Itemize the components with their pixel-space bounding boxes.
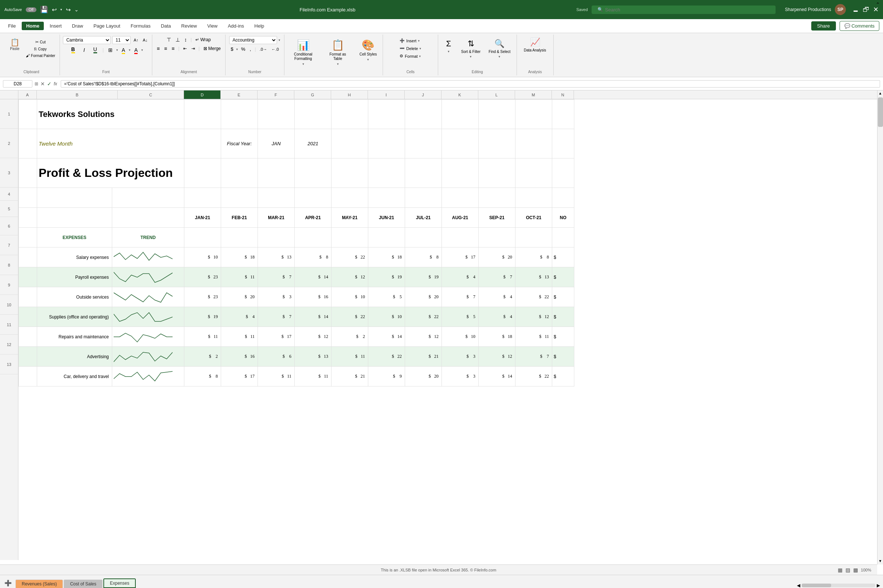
cell-K9[interactable]: $ 7: [442, 287, 479, 307]
number-format-selector[interactable]: Accounting: [229, 36, 277, 44]
col-header-F[interactable]: F: [258, 90, 294, 99]
cell-M3[interactable]: [515, 159, 552, 188]
cancel-formula-icon[interactable]: ✕: [41, 81, 45, 87]
cell-A6[interactable]: [19, 228, 37, 248]
cs-dropdown[interactable]: ▾: [367, 58, 369, 62]
menu-insert[interactable]: Insert: [45, 22, 66, 30]
comma-button[interactable]: ,: [248, 46, 253, 52]
cell-K12[interactable]: $ 3: [442, 347, 479, 367]
cell-B3[interactable]: Profit & Loss Projection: [37, 159, 184, 188]
h-scroll-thumb[interactable]: [802, 584, 831, 587]
cell-D10[interactable]: $ 19: [184, 307, 221, 327]
border-button[interactable]: ⊞: [107, 46, 114, 54]
col-header-D[interactable]: D: [184, 90, 221, 99]
cell-J10[interactable]: $ 22: [405, 307, 442, 327]
cell-D3[interactable]: [184, 159, 221, 188]
cell-E1[interactable]: [221, 100, 258, 129]
align-left-button[interactable]: ≡: [155, 45, 161, 52]
share-button[interactable]: Share: [811, 21, 836, 30]
tab-scroll-left[interactable]: ◀: [797, 583, 800, 588]
row-num-1[interactable]: 1: [0, 99, 18, 129]
cell-E11[interactable]: $ 11: [221, 327, 258, 347]
cell-E8[interactable]: $ 11: [221, 267, 258, 287]
cell-F6[interactable]: [258, 228, 295, 248]
align-middle-button[interactable]: ⊥: [174, 36, 182, 44]
cell-A7[interactable]: [19, 248, 37, 267]
cell-G10[interactable]: $ 14: [295, 307, 332, 327]
cell-E3[interactable]: [221, 159, 258, 188]
cell-N13[interactable]: $: [552, 367, 574, 387]
cell-H11[interactable]: $ 2: [332, 327, 368, 347]
menu-draw[interactable]: Draw: [68, 22, 87, 30]
add-sheet-button[interactable]: ➕: [3, 578, 13, 588]
cell-J3[interactable]: [405, 159, 442, 188]
col-header-L[interactable]: L: [478, 90, 515, 99]
cell-I8[interactable]: $ 19: [368, 267, 405, 287]
cell-I10[interactable]: $ 10: [368, 307, 405, 327]
vertical-scrollbar[interactable]: ▲ ▼: [877, 90, 883, 564]
cell-E12[interactable]: $ 16: [221, 347, 258, 367]
cell-M2[interactable]: [515, 129, 552, 159]
cell-J12[interactable]: $ 21: [405, 347, 442, 367]
cell-A8[interactable]: [19, 267, 37, 287]
cell-K3[interactable]: [442, 159, 479, 188]
cell-D12[interactable]: $ 2: [184, 347, 221, 367]
cell-B12[interactable]: Advertising: [37, 347, 112, 367]
cell-M11[interactable]: $ 11: [515, 327, 552, 347]
cell-E2[interactable]: Fiscal Year:: [221, 129, 258, 159]
cell-D2[interactable]: [184, 129, 221, 159]
cell-I12[interactable]: $ 22: [368, 347, 405, 367]
comments-button[interactable]: 💬 Comments: [839, 21, 879, 31]
cell-C4[interactable]: [112, 188, 184, 208]
redo-icon[interactable]: ↪: [66, 6, 71, 13]
cell-I5[interactable]: JUN-21: [368, 208, 405, 228]
cell-A1[interactable]: [19, 100, 37, 129]
cell-N4[interactable]: [552, 188, 574, 208]
menu-view[interactable]: View: [203, 22, 222, 30]
cell-B4[interactable]: [37, 188, 112, 208]
row-num-8[interactable]: 8: [0, 255, 18, 275]
cell-F4[interactable]: [258, 188, 295, 208]
cell-I2[interactable]: [368, 129, 405, 159]
cell-E10[interactable]: $ 4: [221, 307, 258, 327]
row-num-6[interactable]: 6: [0, 217, 18, 236]
cell-F1[interactable]: [258, 100, 295, 129]
sum-button[interactable]: Σ ▾: [441, 38, 456, 68]
format-button[interactable]: ⚙Format▾: [398, 53, 423, 59]
cell-L13[interactable]: $ 14: [479, 367, 515, 387]
cell-L12[interactable]: $ 12: [479, 347, 515, 367]
cell-B7[interactable]: Salary expenses: [37, 248, 112, 267]
cell-L10[interactable]: $ 4: [479, 307, 515, 327]
align-bottom-button[interactable]: ↕: [183, 36, 188, 44]
tab-scroll-right[interactable]: ▶: [877, 583, 880, 588]
cell-D9[interactable]: $ 23: [184, 287, 221, 307]
row-num-4[interactable]: 4: [0, 188, 18, 201]
autosave-toggle[interactable]: Off: [26, 8, 36, 12]
view-layout-button[interactable]: ▨: [845, 567, 850, 573]
cell-I9[interactable]: $ 5: [368, 287, 405, 307]
font-color-button[interactable]: A: [133, 46, 139, 54]
font-size-selector[interactable]: 11: [112, 36, 131, 44]
cell-J4[interactable]: [405, 188, 442, 208]
window-restore[interactable]: 🗗: [863, 6, 869, 14]
cell-K6[interactable]: [442, 228, 479, 248]
cell-H3[interactable]: [332, 159, 368, 188]
delete-button[interactable]: ➖Delete▾: [398, 45, 423, 51]
menu-review[interactable]: Review: [177, 22, 201, 30]
cell-E4[interactable]: [221, 188, 258, 208]
cell-options-icon[interactable]: ⊞: [35, 81, 38, 86]
font-selector[interactable]: Cambria: [63, 36, 111, 44]
cell-N5[interactable]: NO: [552, 208, 574, 228]
cell-I13[interactable]: $ 9: [368, 367, 405, 387]
cell-N1[interactable]: [552, 100, 574, 129]
cell-C10[interactable]: [112, 307, 184, 327]
ft-dropdown[interactable]: ▾: [337, 62, 339, 66]
format-painter-button[interactable]: 🖌 Format Painter: [24, 52, 57, 58]
cell-K7[interactable]: $ 17: [442, 248, 479, 267]
cell-A3[interactable]: [19, 159, 37, 188]
row-num-5[interactable]: 5: [0, 201, 18, 217]
col-header-C[interactable]: C: [118, 90, 184, 99]
fill-color-button[interactable]: A: [120, 46, 126, 54]
align-right-button[interactable]: ≡: [170, 45, 176, 52]
cell-L2[interactable]: [479, 129, 515, 159]
